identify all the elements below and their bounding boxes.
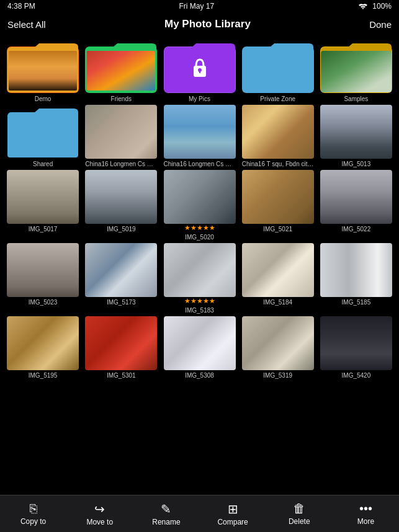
folder-demo[interactable]: Demo [5, 40, 81, 102]
move-to-button[interactable]: ↪ Move to [66, 495, 133, 532]
nav-title: My Photo Library [164, 18, 251, 30]
svg-rect-17 [7, 116, 78, 157]
photo-img5019[interactable]: IMG_5019 [83, 170, 159, 241]
photo-row-3: IMG_5017 IMG_5019 ★★★★★ IMG_5020 IMG_502… [5, 170, 394, 241]
svg-rect-15 [321, 51, 392, 92]
photo-img5013[interactable]: IMG_5013 [318, 105, 394, 167]
photo-img5020[interactable]: ★★★★★ IMG_5020 [161, 170, 237, 241]
photo-china-e125[interactable]: China16 Longmen Cs E-125 blue sky [161, 105, 237, 167]
folder-samples[interactable]: Samples [318, 40, 394, 102]
svg-rect-6 [87, 51, 155, 91]
photo-china-tsqu-label: China16 T squ, Fbdn city E-58 copied blu… [242, 161, 314, 167]
folder-demo-label: Demo [7, 95, 79, 102]
select-all-button[interactable]: Select All [7, 19, 46, 30]
photo-img5301-label: IMG_5301 [85, 372, 157, 379]
photo-img5020-stars: ★★★★★ [184, 224, 215, 232]
photo-img5173-label: IMG_5173 [85, 299, 157, 306]
status-battery: 100% [372, 2, 392, 11]
photo-grid: Demo Fr [0, 36, 399, 495]
folder-mypics[interactable]: My Pics [161, 40, 237, 102]
rename-label: Rename [152, 518, 180, 526]
folder-privatezone-label: Private Zone [242, 95, 314, 102]
photo-img5195[interactable]: IMG_5195 [5, 316, 81, 379]
photo-china-tsqu[interactable]: China16 T squ, Fbdn city E-58 copied blu… [240, 105, 316, 167]
photo-img5420[interactable]: IMG_5420 [318, 316, 394, 379]
photo-row-5: IMG_5195 IMG_5301 IMG_5308 IMG_5319 IMG_… [5, 316, 394, 379]
more-button[interactable]: ••• More [333, 495, 399, 532]
photo-img5023-label: IMG_5023 [7, 299, 79, 306]
folder-mypics-label: My Pics [164, 95, 236, 102]
photo-img5185[interactable]: IMG_5185 [318, 243, 394, 314]
photo-china-e110-label: China16 Longmen Cs E-110 [85, 161, 157, 167]
status-date: Fri May 17 [179, 2, 214, 11]
photo-img5017[interactable]: IMG_5017 [5, 170, 81, 241]
move-to-label: Move to [86, 518, 113, 526]
more-icon: ••• [359, 502, 372, 516]
photo-img5184[interactable]: IMG_5184 [240, 243, 316, 314]
photo-img5023[interactable]: IMG_5023 [5, 243, 81, 314]
folder-row-1: Demo Fr [5, 40, 394, 102]
compare-icon: ⊞ [228, 502, 238, 516]
photo-img5319[interactable]: IMG_5319 [240, 316, 316, 379]
status-bar: 4:38 PM Fri May 17 100% [0, 0, 399, 12]
folder-shared[interactable]: Shared [5, 105, 81, 167]
nav-bar: Select All My Photo Library Done [0, 12, 399, 36]
photo-img5019-label: IMG_5019 [85, 226, 157, 233]
photo-img5308-label: IMG_5308 [164, 372, 236, 379]
photo-img5184-label: IMG_5184 [242, 299, 314, 306]
photo-img5017-label: IMG_5017 [7, 226, 79, 233]
photo-img5183-stars: ★★★★★ [184, 297, 215, 305]
photo-china-e110[interactable]: China16 Longmen Cs E-110 [83, 105, 159, 167]
delete-label: Delete [289, 517, 310, 526]
photo-img5420-label: IMG_5420 [320, 372, 392, 379]
photo-row-2: Shared China16 Longmen Cs E-110 China16 … [5, 105, 394, 167]
photo-img5173[interactable]: IMG_5173 [83, 243, 159, 314]
photo-img5195-label: IMG_5195 [7, 372, 79, 379]
status-time: 4:38 PM [7, 2, 35, 11]
folder-friends-label: Friends [85, 95, 157, 102]
folder-shared-label: Shared [7, 161, 79, 167]
copy-to-label: Copy to [20, 517, 46, 526]
copy-to-button[interactable]: ⎘ Copy to [0, 495, 66, 532]
photo-img5308[interactable]: IMG_5308 [161, 316, 237, 379]
delete-button[interactable]: 🗑 Delete [266, 495, 333, 532]
photo-row-4: IMG_5023 IMG_5173 ★★★★★ IMG_5183 IMG_518… [5, 243, 394, 314]
photo-img5021-label: IMG_5021 [242, 226, 314, 233]
photo-img5020-label: IMG_5020 [164, 234, 236, 241]
folder-friends[interactable]: Friends [83, 40, 159, 102]
status-icons: 100% [358, 2, 392, 11]
copy-icon: ⎘ [30, 502, 37, 516]
rename-button[interactable]: ✎ Rename [133, 495, 199, 532]
move-icon: ↪ [94, 502, 105, 516]
svg-rect-13 [243, 51, 313, 92]
bottom-toolbar: ⎘ Copy to ↪ Move to ✎ Rename ⊞ Compare 🗑… [0, 495, 399, 532]
photo-china-e125-label: China16 Longmen Cs E-125 blue sky [164, 161, 236, 167]
photo-img5021[interactable]: IMG_5021 [240, 170, 316, 241]
photo-img5183-label: IMG_5183 [164, 307, 236, 314]
photo-img5022[interactable]: IMG_5022 [318, 170, 394, 241]
folder-privatezone[interactable]: Private Zone [240, 40, 316, 102]
compare-button[interactable]: ⊞ Compare [200, 495, 266, 532]
compare-label: Compare [217, 518, 248, 526]
folder-samples-label: Samples [320, 95, 392, 102]
photo-img5022-label: IMG_5022 [320, 226, 392, 233]
photo-img5319-label: IMG_5319 [242, 372, 314, 379]
photo-img5013-label: IMG_5013 [320, 161, 392, 167]
rename-icon: ✎ [161, 502, 171, 516]
delete-icon: 🗑 [293, 502, 305, 516]
svg-rect-2 [9, 51, 77, 91]
photo-img5183[interactable]: ★★★★★ IMG_5183 [161, 243, 237, 314]
more-label: More [357, 517, 374, 526]
svg-rect-11 [199, 70, 200, 73]
done-button[interactable]: Done [369, 19, 392, 30]
photo-img5301[interactable]: IMG_5301 [83, 316, 159, 379]
photo-img5185-label: IMG_5185 [320, 299, 392, 306]
